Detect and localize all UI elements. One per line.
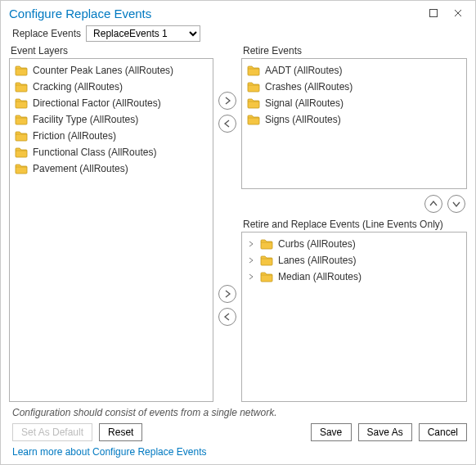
folder-icon: [15, 130, 28, 142]
retire-replace-item[interactable]: Lanes (AllRoutes): [244, 252, 465, 269]
retire-replace-events-list[interactable]: Curbs (AllRoutes)Lanes (AllRoutes)Median…: [241, 232, 467, 402]
folder-icon: [247, 114, 260, 125]
event-layers-item[interactable]: Friction (AllRoutes): [11, 128, 211, 144]
event-layers-item[interactable]: Cracking (AllRoutes): [11, 79, 211, 95]
event-layers-item-label: Pavement (AllRoutes): [33, 162, 128, 175]
event-layers-label: Event Layers: [9, 45, 213, 58]
close-button[interactable]: [446, 4, 470, 22]
set-as-default-button[interactable]: Set As Default: [12, 423, 92, 441]
folder-icon: [15, 65, 28, 76]
event-layers-item[interactable]: Counter Peak Lanes (AllRoutes): [11, 62, 211, 79]
retire-events-item-label: Crashes (AllRoutes): [265, 80, 353, 93]
expand-icon[interactable]: [247, 240, 255, 248]
folder-icon: [15, 147, 28, 158]
reset-button[interactable]: Reset: [99, 423, 142, 441]
retire-events-item-label: Signal (AllRoutes): [265, 97, 344, 110]
folder-icon: [15, 114, 28, 125]
retire-events-item[interactable]: Crashes (AllRoutes): [244, 79, 465, 95]
retire-reorder-row: [241, 189, 467, 219]
event-layers-item-label: Friction (AllRoutes): [33, 129, 116, 142]
retire-replace-item[interactable]: Median (AllRoutes): [244, 269, 465, 285]
replace-events-selector-row: Replace Events ReplaceEvents 1: [1, 24, 475, 45]
retire-events-item-label: AADT (AllRoutes): [265, 64, 342, 77]
folder-icon: [247, 97, 260, 109]
window-title: Configure Replace Events: [9, 7, 421, 20]
folder-icon: [247, 81, 260, 93]
expand-icon[interactable]: [247, 273, 255, 281]
right-column: Retire Events AADT (AllRoutes)Crashes (A…: [241, 45, 467, 402]
svg-rect-0: [430, 10, 438, 17]
footer: Set As Default Reset Save Save As Cancel: [1, 420, 475, 445]
expand-icon[interactable]: [247, 256, 255, 264]
retire-replace-label: Retire and Replace Events (Line Events O…: [241, 219, 467, 232]
folder-icon: [15, 163, 28, 174]
network-hint: Configuration should consist of events f…: [1, 404, 475, 420]
move-right-retire-button[interactable]: [218, 92, 236, 110]
save-button[interactable]: Save: [311, 423, 352, 441]
retire-replace-item-label: Curbs (AllRoutes): [278, 237, 356, 251]
event-layers-item-label: Directional Factor (AllRoutes): [33, 97, 161, 110]
folder-icon: [15, 97, 28, 109]
folder-icon: [260, 238, 273, 250]
event-layers-item[interactable]: Directional Factor (AllRoutes): [11, 95, 211, 111]
retire-events-list[interactable]: AADT (AllRoutes)Crashes (AllRoutes)Signa…: [241, 58, 467, 189]
retire-events-item[interactable]: Signal (AllRoutes): [244, 95, 465, 111]
event-layers-item[interactable]: Facility Type (AllRoutes): [11, 111, 211, 128]
retire-events-label: Retire Events: [241, 45, 467, 58]
event-layers-item-label: Counter Peak Lanes (AllRoutes): [33, 64, 173, 77]
event-layers-item[interactable]: Pavement (AllRoutes): [11, 160, 211, 177]
folder-icon: [260, 271, 273, 282]
move-left-retirereplace-button[interactable]: [218, 308, 236, 326]
retire-events-item[interactable]: AADT (AllRoutes): [244, 62, 465, 79]
maximize-button[interactable]: [421, 4, 446, 22]
cancel-button[interactable]: Cancel: [419, 423, 467, 441]
retire-replace-item-label: Median (AllRoutes): [278, 270, 361, 283]
move-left-retire-button[interactable]: [218, 115, 236, 133]
event-layers-item-label: Cracking (AllRoutes): [33, 80, 123, 93]
retire-events-item-label: Signs (AllRoutes): [265, 113, 341, 126]
event-layers-item[interactable]: Functional Class (AllRoutes): [11, 144, 211, 160]
folder-icon: [247, 65, 260, 76]
event-layers-column: Event Layers Counter Peak Lanes (AllRout…: [9, 45, 213, 402]
transfer-buttons-column: [217, 45, 238, 402]
retire-events-item[interactable]: Signs (AllRoutes): [244, 111, 465, 128]
event-layers-list[interactable]: Counter Peak Lanes (AllRoutes)Cracking (…: [9, 58, 213, 402]
folder-icon: [15, 81, 28, 93]
move-up-button[interactable]: [424, 195, 442, 213]
retire-replace-item[interactable]: Curbs (AllRoutes): [244, 236, 465, 252]
retire-replace-item-label: Lanes (AllRoutes): [278, 254, 356, 267]
learn-more-link[interactable]: Learn more about Configure Replace Event…: [1, 445, 475, 464]
event-layers-item-label: Facility Type (AllRoutes): [33, 113, 138, 126]
content-area: Event Layers Counter Peak Lanes (AllRout…: [1, 45, 475, 404]
replace-events-label: Replace Events: [12, 28, 81, 39]
event-layers-item-label: Functional Class (AllRoutes): [33, 146, 156, 159]
replace-events-combo[interactable]: ReplaceEvents 1: [86, 25, 200, 42]
save-as-button[interactable]: Save As: [358, 423, 412, 441]
move-down-button[interactable]: [447, 195, 465, 213]
titlebar: Configure Replace Events: [1, 1, 475, 24]
folder-icon: [260, 255, 273, 266]
move-right-retirereplace-button[interactable]: [218, 285, 236, 303]
